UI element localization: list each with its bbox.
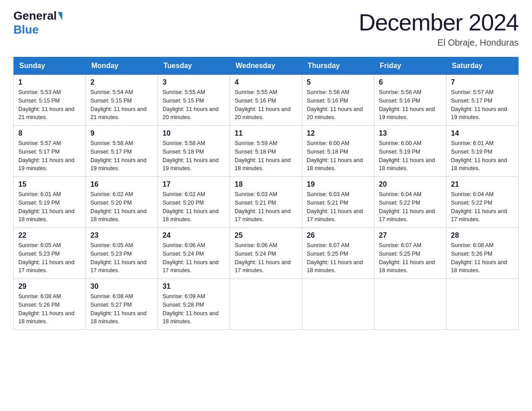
- logo-general-text: General: [13, 9, 57, 23]
- table-row: 30 Sunrise: 6:08 AM Sunset: 5:27 PM Dayl…: [86, 279, 158, 330]
- day-info: Sunrise: 6:06 AM Sunset: 5:24 PM Dayligh…: [163, 241, 225, 275]
- day-number: 24: [163, 231, 225, 240]
- header-monday: Monday: [86, 57, 158, 75]
- day-info: Sunrise: 5:53 AM Sunset: 5:15 PM Dayligh…: [18, 88, 81, 122]
- day-info: Sunrise: 5:58 AM Sunset: 5:18 PM Dayligh…: [163, 139, 225, 173]
- day-info: Sunrise: 6:01 AM Sunset: 5:19 PM Dayligh…: [18, 190, 81, 224]
- logo-blue-text: Blue: [13, 23, 62, 37]
- day-info: Sunrise: 6:07 AM Sunset: 5:25 PM Dayligh…: [307, 241, 369, 275]
- day-number: 31: [163, 283, 225, 291]
- logo-triangle-icon: [58, 12, 62, 20]
- calendar-week-row: 15 Sunrise: 6:01 AM Sunset: 5:19 PM Dayl…: [14, 177, 519, 228]
- table-row: [374, 279, 446, 330]
- table-row: 18 Sunrise: 6:03 AM Sunset: 5:21 PM Dayl…: [230, 177, 302, 228]
- table-row: 21 Sunrise: 6:04 AM Sunset: 5:22 PM Dayl…: [446, 177, 519, 228]
- header: General Blue December 2024 El Obraje, Ho…: [13, 9, 519, 48]
- day-number: 20: [379, 180, 442, 188]
- day-info: Sunrise: 6:03 AM Sunset: 5:21 PM Dayligh…: [307, 190, 369, 224]
- table-row: 10 Sunrise: 5:58 AM Sunset: 5:18 PM Dayl…: [158, 126, 230, 177]
- table-row: [230, 279, 302, 330]
- day-info: Sunrise: 5:57 AM Sunset: 5:17 PM Dayligh…: [451, 88, 514, 122]
- day-info: Sunrise: 5:54 AM Sunset: 5:15 PM Dayligh…: [90, 88, 153, 122]
- table-row: 8 Sunrise: 5:57 AM Sunset: 5:17 PM Dayli…: [14, 126, 86, 177]
- day-number: 30: [90, 283, 153, 291]
- day-number: 22: [18, 231, 81, 240]
- day-number: 23: [90, 231, 153, 240]
- day-number: 6: [379, 78, 442, 86]
- day-number: 26: [307, 231, 369, 240]
- table-row: 27 Sunrise: 6:07 AM Sunset: 5:25 PM Dayl…: [374, 228, 446, 279]
- table-row: 23 Sunrise: 6:05 AM Sunset: 5:23 PM Dayl…: [86, 228, 158, 279]
- day-number: 11: [235, 129, 297, 137]
- logo: General Blue: [13, 9, 62, 37]
- day-number: 29: [18, 283, 81, 291]
- day-info: Sunrise: 5:55 AM Sunset: 5:15 PM Dayligh…: [163, 88, 225, 122]
- day-number: 2: [90, 78, 153, 86]
- header-tuesday: Tuesday: [158, 57, 230, 75]
- day-info: Sunrise: 6:04 AM Sunset: 5:22 PM Dayligh…: [379, 190, 442, 224]
- day-info: Sunrise: 5:58 AM Sunset: 5:17 PM Dayligh…: [90, 139, 153, 173]
- day-number: 4: [235, 78, 297, 86]
- table-row: 7 Sunrise: 5:57 AM Sunset: 5:17 PM Dayli…: [446, 75, 519, 126]
- day-info: Sunrise: 6:01 AM Sunset: 5:19 PM Dayligh…: [451, 139, 514, 173]
- table-row: 17 Sunrise: 6:02 AM Sunset: 5:20 PM Dayl…: [158, 177, 230, 228]
- table-row: 4 Sunrise: 5:55 AM Sunset: 5:16 PM Dayli…: [230, 75, 302, 126]
- header-friday: Friday: [374, 57, 446, 75]
- table-row: 13 Sunrise: 6:00 AM Sunset: 5:19 PM Dayl…: [374, 126, 446, 177]
- day-info: Sunrise: 5:57 AM Sunset: 5:17 PM Dayligh…: [18, 139, 81, 173]
- calendar-header-row: Sunday Monday Tuesday Wednesday Thursday…: [14, 57, 519, 75]
- table-row: 1 Sunrise: 5:53 AM Sunset: 5:15 PM Dayli…: [14, 75, 86, 126]
- calendar-week-row: 1 Sunrise: 5:53 AM Sunset: 5:15 PM Dayli…: [14, 75, 519, 126]
- location-title: El Obraje, Honduras: [359, 38, 519, 48]
- day-info: Sunrise: 5:55 AM Sunset: 5:16 PM Dayligh…: [235, 88, 297, 122]
- day-info: Sunrise: 5:59 AM Sunset: 5:18 PM Dayligh…: [235, 139, 297, 173]
- month-title: December 2024: [359, 9, 519, 36]
- day-info: Sunrise: 6:05 AM Sunset: 5:23 PM Dayligh…: [90, 241, 153, 275]
- day-number: 27: [379, 231, 442, 240]
- table-row: 9 Sunrise: 5:58 AM Sunset: 5:17 PM Dayli…: [86, 126, 158, 177]
- table-row: 22 Sunrise: 6:05 AM Sunset: 5:23 PM Dayl…: [14, 228, 86, 279]
- table-row: 5 Sunrise: 5:56 AM Sunset: 5:16 PM Dayli…: [302, 75, 374, 126]
- table-row: 11 Sunrise: 5:59 AM Sunset: 5:18 PM Dayl…: [230, 126, 302, 177]
- day-number: 15: [18, 180, 81, 188]
- table-row: 25 Sunrise: 6:06 AM Sunset: 5:24 PM Dayl…: [230, 228, 302, 279]
- day-number: 16: [90, 180, 153, 188]
- day-info: Sunrise: 5:56 AM Sunset: 5:16 PM Dayligh…: [307, 88, 369, 122]
- table-row: 3 Sunrise: 5:55 AM Sunset: 5:15 PM Dayli…: [158, 75, 230, 126]
- day-number: 14: [451, 129, 514, 137]
- day-number: 21: [451, 180, 514, 188]
- day-number: 28: [451, 231, 514, 240]
- table-row: 2 Sunrise: 5:54 AM Sunset: 5:15 PM Dayli…: [86, 75, 158, 126]
- table-row: 6 Sunrise: 5:56 AM Sunset: 5:16 PM Dayli…: [374, 75, 446, 126]
- day-info: Sunrise: 6:03 AM Sunset: 5:21 PM Dayligh…: [235, 190, 297, 224]
- table-row: 15 Sunrise: 6:01 AM Sunset: 5:19 PM Dayl…: [14, 177, 86, 228]
- day-info: Sunrise: 6:05 AM Sunset: 5:23 PM Dayligh…: [18, 241, 81, 275]
- table-row: 12 Sunrise: 6:00 AM Sunset: 5:18 PM Dayl…: [302, 126, 374, 177]
- day-number: 13: [379, 129, 442, 137]
- day-info: Sunrise: 6:08 AM Sunset: 5:26 PM Dayligh…: [451, 241, 514, 275]
- day-info: Sunrise: 6:00 AM Sunset: 5:18 PM Dayligh…: [307, 139, 369, 173]
- calendar-week-row: 22 Sunrise: 6:05 AM Sunset: 5:23 PM Dayl…: [14, 228, 519, 279]
- day-info: Sunrise: 6:06 AM Sunset: 5:24 PM Dayligh…: [235, 241, 297, 275]
- table-row: 24 Sunrise: 6:06 AM Sunset: 5:24 PM Dayl…: [158, 228, 230, 279]
- header-sunday: Sunday: [14, 57, 86, 75]
- day-info: Sunrise: 5:56 AM Sunset: 5:16 PM Dayligh…: [379, 88, 442, 122]
- table-row: 26 Sunrise: 6:07 AM Sunset: 5:25 PM Dayl…: [302, 228, 374, 279]
- calendar-table: Sunday Monday Tuesday Wednesday Thursday…: [13, 57, 519, 330]
- day-number: 17: [163, 180, 225, 188]
- day-info: Sunrise: 6:08 AM Sunset: 5:27 PM Dayligh…: [90, 292, 153, 326]
- day-info: Sunrise: 6:08 AM Sunset: 5:26 PM Dayligh…: [18, 292, 81, 326]
- table-row: [302, 279, 374, 330]
- day-number: 18: [235, 180, 297, 188]
- day-number: 10: [163, 129, 225, 137]
- day-info: Sunrise: 6:02 AM Sunset: 5:20 PM Dayligh…: [90, 190, 153, 224]
- day-info: Sunrise: 6:07 AM Sunset: 5:25 PM Dayligh…: [379, 241, 442, 275]
- table-row: 31 Sunrise: 6:09 AM Sunset: 5:28 PM Dayl…: [158, 279, 230, 330]
- day-number: 9: [90, 129, 153, 137]
- day-number: 12: [307, 129, 369, 137]
- table-row: [446, 279, 519, 330]
- title-area: December 2024 El Obraje, Honduras: [359, 9, 519, 48]
- table-row: 20 Sunrise: 6:04 AM Sunset: 5:22 PM Dayl…: [374, 177, 446, 228]
- header-saturday: Saturday: [446, 57, 519, 75]
- day-info: Sunrise: 6:00 AM Sunset: 5:19 PM Dayligh…: [379, 139, 442, 173]
